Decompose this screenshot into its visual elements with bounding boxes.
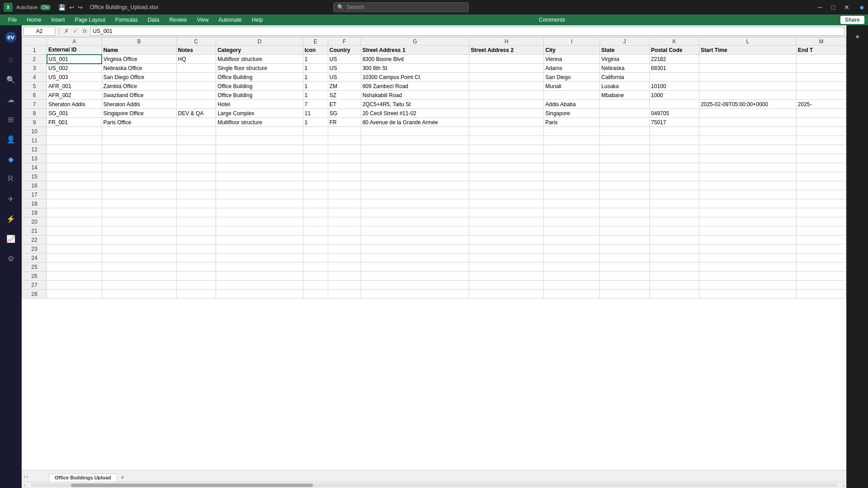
table-cell[interactable] (796, 118, 846, 127)
ribbon-tab-file[interactable]: File (4, 16, 21, 24)
empty-cell[interactable] (176, 181, 216, 190)
empty-cell[interactable] (699, 208, 797, 217)
col-header-J[interactable]: J (600, 38, 650, 46)
empty-cell[interactable] (303, 154, 328, 163)
empty-cell[interactable] (699, 235, 797, 244)
empty-cell[interactable] (650, 190, 699, 199)
table-cell[interactable] (796, 64, 846, 73)
empty-cell[interactable] (328, 272, 361, 281)
empty-cell[interactable] (650, 208, 699, 217)
empty-cell[interactable] (361, 217, 469, 226)
table-cell[interactable]: AFR_002 (47, 91, 102, 100)
empty-cell[interactable] (469, 281, 544, 290)
empty-cell[interactable] (176, 208, 216, 217)
table-cell[interactable]: Adams (544, 64, 600, 73)
close-button[interactable]: ✕ (841, 4, 852, 11)
empty-cell[interactable] (469, 190, 544, 199)
table-cell[interactable]: SG (328, 109, 361, 118)
table-cell[interactable]: SG_001 (47, 109, 102, 118)
empty-cell[interactable] (796, 145, 846, 154)
empty-cell[interactable] (328, 263, 361, 272)
empty-cell[interactable] (102, 281, 176, 290)
empty-cell[interactable] (328, 199, 361, 208)
empty-cell[interactable] (600, 272, 650, 281)
empty-cell[interactable] (796, 226, 846, 235)
header-name[interactable]: Name (102, 46, 176, 55)
empty-cell[interactable] (361, 272, 469, 281)
empty-cell[interactable] (544, 181, 600, 190)
empty-cell[interactable] (102, 217, 176, 226)
empty-cell[interactable] (796, 263, 846, 272)
empty-cell[interactable] (102, 244, 176, 253)
empty-cell[interactable] (361, 154, 469, 163)
scroll-left-button[interactable]: ‹ (22, 482, 27, 488)
empty-cell[interactable] (699, 244, 797, 253)
sheet-nav-prev[interactable]: ‹ (24, 474, 25, 480)
empty-cell[interactable] (47, 127, 102, 136)
empty-cell[interactable] (328, 253, 361, 263)
table-cell[interactable] (796, 55, 846, 64)
table-cell[interactable] (176, 64, 216, 73)
empty-cell[interactable] (469, 163, 544, 172)
sidebar-item-grid[interactable]: ⊞ (2, 110, 20, 128)
empty-cell[interactable] (544, 217, 600, 226)
empty-cell[interactable] (176, 235, 216, 244)
table-cell[interactable] (699, 91, 797, 100)
table-cell[interactable] (796, 109, 846, 118)
empty-cell[interactable] (328, 281, 361, 290)
table-cell[interactable] (176, 118, 216, 127)
table-cell[interactable]: Nshakabili Road (361, 91, 469, 100)
table-cell[interactable]: 2025-02-09T05:00:00+0000 (699, 100, 797, 109)
ribbon-tab-help[interactable]: Help (247, 16, 268, 24)
empty-cell[interactable] (650, 253, 699, 263)
empty-cell[interactable] (176, 199, 216, 208)
table-cell[interactable] (469, 73, 544, 82)
add-sheet-button[interactable]: + (117, 473, 128, 482)
empty-cell[interactable] (699, 145, 797, 154)
empty-cell[interactable] (303, 281, 328, 290)
empty-cell[interactable] (650, 235, 699, 244)
header-notes[interactable]: Notes (176, 46, 216, 55)
empty-cell[interactable] (469, 235, 544, 244)
empty-cell[interactable] (469, 127, 544, 136)
table-cell[interactable]: 80 Avenue de la Grande Armée (361, 118, 469, 127)
table-cell[interactable]: 68301 (650, 64, 699, 73)
maximize-button[interactable]: □ (829, 4, 838, 11)
table-cell[interactable]: US_003 (47, 73, 102, 82)
empty-cell[interactable] (650, 281, 699, 290)
table-cell[interactable] (469, 82, 544, 91)
table-cell[interactable]: San Diego (544, 73, 600, 82)
table-cell[interactable]: AFR_001 (47, 82, 102, 91)
empty-cell[interactable] (699, 226, 797, 235)
empty-cell[interactable] (600, 253, 650, 263)
empty-cell[interactable] (699, 217, 797, 226)
empty-cell[interactable] (544, 290, 600, 299)
sidebar-item-active[interactable]: ◆ (2, 150, 20, 168)
empty-cell[interactable] (699, 190, 797, 199)
table-cell[interactable]: Office Building (216, 82, 303, 91)
empty-cell[interactable] (699, 172, 797, 181)
empty-cell[interactable] (216, 244, 303, 253)
table-cell[interactable] (544, 91, 600, 100)
empty-cell[interactable] (361, 127, 469, 136)
empty-cell[interactable] (216, 172, 303, 181)
empty-cell[interactable] (176, 281, 216, 290)
col-header-C[interactable]: C (176, 38, 216, 46)
empty-cell[interactable] (544, 172, 600, 181)
empty-cell[interactable] (328, 235, 361, 244)
empty-cell[interactable] (216, 163, 303, 172)
empty-cell[interactable] (102, 253, 176, 263)
empty-cell[interactable] (47, 281, 102, 290)
empty-cell[interactable] (796, 163, 846, 172)
formula-confirm-button[interactable]: ✓ (72, 28, 79, 34)
col-header-M[interactable]: M (796, 38, 846, 46)
table-cell[interactable]: Large Complex (216, 109, 303, 118)
empty-cell[interactable] (176, 217, 216, 226)
empty-cell[interactable] (216, 145, 303, 154)
empty-cell[interactable] (361, 163, 469, 172)
empty-cell[interactable] (796, 172, 846, 181)
empty-cell[interactable] (544, 253, 600, 263)
table-cell[interactable]: ZM (328, 82, 361, 91)
table-cell[interactable] (176, 73, 216, 82)
table-cell[interactable] (699, 64, 797, 73)
